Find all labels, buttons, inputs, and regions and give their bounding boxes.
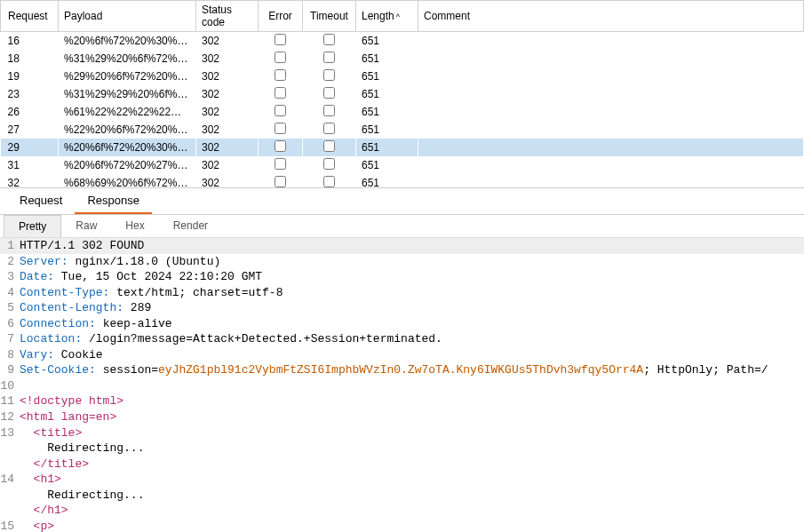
error-checkbox[interactable]: [275, 105, 286, 116]
timeout-checkbox[interactable]: [323, 34, 335, 45]
timeout-checkbox[interactable]: [323, 123, 335, 134]
table-row[interactable]: 16%20%6f%72%20%30%3d…302651: [1, 32, 804, 51]
cell-comment: [418, 103, 804, 121]
request-response-tabs: Request Response: [0, 188, 804, 215]
cell-timeout: [303, 32, 356, 51]
header-content-type: Content-Type: text/html; charset=utf-8: [20, 285, 804, 301]
cell-status: 302: [196, 103, 259, 121]
cell-payload: %20%6f%72%20%30%3d…: [59, 139, 196, 156]
cell-payload: %20%6f%72%20%30%3d…: [59, 32, 196, 51]
tab-response[interactable]: Response: [75, 188, 152, 214]
tab-pretty[interactable]: Pretty: [4, 215, 61, 237]
timeout-checkbox[interactable]: [323, 52, 335, 63]
cell-timeout: [303, 50, 356, 67]
line-num: 12: [0, 409, 20, 425]
view-mode-tabs: Pretty Raw Hex Render: [0, 215, 804, 238]
cell-error: [259, 121, 303, 139]
tab-request[interactable]: Request: [7, 188, 75, 214]
error-checkbox[interactable]: [275, 69, 286, 81]
line-num: 13: [0, 425, 20, 472]
col-status[interactable]: Status code: [196, 1, 259, 32]
error-checkbox[interactable]: [275, 52, 286, 63]
timeout-checkbox[interactable]: [323, 87, 335, 99]
cell-error: [259, 139, 303, 156]
cell-payload: %20%6f%72%20%27%61…: [59, 156, 196, 174]
cell-timeout: [303, 139, 356, 156]
cell-status: 302: [196, 121, 259, 139]
tab-hex[interactable]: Hex: [111, 215, 158, 237]
cell-comment: [418, 67, 804, 85]
cell-request: 26: [1, 103, 59, 121]
error-checkbox[interactable]: [275, 140, 286, 152]
line-num: 3: [0, 269, 20, 285]
cell-timeout: [303, 174, 356, 188]
table-row[interactable]: 19%29%20%6f%72%20%28…302651: [1, 67, 804, 85]
line-num: 6: [0, 316, 20, 332]
results-table: Request Payload Status code Error Timeou…: [0, 0, 804, 188]
col-request[interactable]: Request: [1, 1, 59, 32]
results-table-pane: Request Payload Status code Error Timeou…: [0, 0, 804, 188]
table-row[interactable]: 31%20%6f%72%20%27%61…302651: [1, 156, 804, 174]
cell-request: 16: [1, 32, 59, 51]
body-h1: <h1> Redirecting... </h1>: [20, 472, 804, 519]
header-location: Location: /login?message=Attack+Detected…: [20, 331, 804, 347]
cell-comment: [418, 121, 804, 139]
cell-timeout: [303, 103, 356, 121]
table-row[interactable]: 23%31%29%29%20%6f%7…302651: [1, 85, 804, 103]
col-length[interactable]: Length^: [356, 1, 418, 32]
status-line: HTTP/1.1 302 FOUND: [20, 238, 804, 254]
cell-payload: %31%29%20%6f%72%20…: [59, 50, 196, 67]
line-num: 1: [0, 238, 20, 254]
table-row[interactable]: 26%61%22%22%22%22%20…302651: [1, 103, 804, 121]
table-row[interactable]: 29%20%6f%72%20%30%3d…302651: [1, 139, 804, 156]
cell-payload: %31%29%29%20%6f%7…: [59, 85, 196, 103]
cell-timeout: [303, 67, 356, 85]
error-checkbox[interactable]: [275, 176, 286, 187]
timeout-checkbox[interactable]: [323, 105, 335, 116]
cell-length: 651: [356, 32, 418, 51]
cell-error: [259, 85, 303, 103]
body-title: <title> Redirecting... </title>: [20, 425, 804, 472]
error-checkbox[interactable]: [275, 34, 286, 45]
line-num: 5: [0, 300, 20, 316]
cell-length: 651: [356, 121, 418, 139]
header-server: Server: nginx/1.18.0 (Ubuntu): [20, 254, 804, 270]
error-checkbox[interactable]: [275, 158, 286, 170]
cell-status: 302: [196, 174, 259, 188]
cell-request: 18: [1, 50, 59, 67]
header-set-cookie: Set-Cookie: session=eyJhZG1pbl91c2VybmFt…: [20, 362, 804, 378]
cell-timeout: [303, 121, 356, 139]
table-row[interactable]: 18%31%29%20%6f%72%20…302651: [1, 50, 804, 67]
cell-error: [259, 32, 303, 51]
cell-request: 31: [1, 156, 59, 174]
cell-length: 651: [356, 156, 418, 174]
cell-length: 651: [356, 139, 418, 156]
col-comment[interactable]: Comment: [418, 1, 804, 32]
col-timeout[interactable]: Timeout: [303, 1, 356, 32]
cell-length: 651: [356, 103, 418, 121]
line-num: 14: [0, 472, 20, 519]
cell-payload: %29%20%6f%72%20%28…: [59, 67, 196, 85]
cell-length: 651: [356, 174, 418, 188]
col-payload[interactable]: Payload: [59, 1, 196, 32]
response-body[interactable]: 1HTTP/1.1 302 FOUND 2Server: nginx/1.18.…: [0, 238, 804, 532]
line-num: 8: [0, 347, 20, 363]
error-checkbox[interactable]: [275, 123, 286, 134]
timeout-checkbox[interactable]: [323, 69, 335, 81]
cell-error: [259, 67, 303, 85]
cell-error: [259, 103, 303, 121]
timeout-checkbox[interactable]: [323, 176, 335, 187]
cell-length: 651: [356, 67, 418, 85]
cell-status: 302: [196, 85, 259, 103]
timeout-checkbox[interactable]: [323, 140, 335, 152]
cell-error: [259, 174, 303, 188]
table-row[interactable]: 32%68%69%20%6f%72%20…302651: [1, 174, 804, 188]
tab-raw[interactable]: Raw: [61, 215, 111, 237]
error-checkbox[interactable]: [275, 87, 286, 99]
header-vary: Vary: Cookie: [20, 347, 804, 363]
table-row[interactable]: 27%22%20%6f%72%20%62…302651: [1, 121, 804, 139]
timeout-checkbox[interactable]: [323, 158, 335, 170]
col-error[interactable]: Error: [259, 1, 303, 32]
cell-payload: %68%69%20%6f%72%20…: [59, 174, 196, 188]
tab-render[interactable]: Render: [159, 215, 222, 237]
